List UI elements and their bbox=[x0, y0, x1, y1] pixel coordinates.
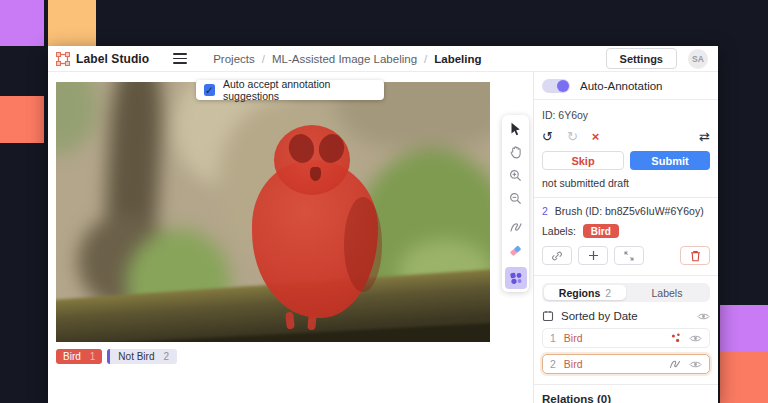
label-chip-bird[interactable]: Bird 1 bbox=[56, 349, 102, 364]
tab-labels[interactable]: Labels bbox=[626, 285, 708, 300]
decision-buttons: Skip Submit bbox=[534, 151, 718, 170]
relations-section: Relations (0) No Relations added yet bbox=[534, 384, 718, 403]
smart-points-icon bbox=[671, 333, 681, 343]
owl-mask-region[interactable] bbox=[56, 82, 490, 342]
label-chip-bar: Bird 1 Not Bird 2 bbox=[56, 349, 177, 364]
region-2-visibility-icon[interactable] bbox=[689, 360, 702, 369]
screenshot-root: Label Studio Projects / ML-Assisted Imag… bbox=[0, 0, 768, 403]
decor-block-purple-top bbox=[0, 0, 44, 46]
task-id: ID: 6Y6oy bbox=[534, 109, 718, 121]
bird-label-chip[interactable]: Bird bbox=[583, 224, 619, 238]
submit-button[interactable]: Submit bbox=[630, 151, 710, 170]
select-tool-icon[interactable] bbox=[505, 119, 526, 139]
auto-accept-checkbox[interactable]: ✓ bbox=[204, 84, 215, 96]
auto-accept-bar: ✓ Auto accept annotation suggestions bbox=[196, 80, 384, 100]
section-divider bbox=[534, 197, 718, 198]
auto-annotation-row: Auto-Annotation bbox=[534, 72, 718, 100]
auto-annotation-toggle[interactable] bbox=[542, 79, 570, 93]
decor-block-salmon-left bbox=[0, 96, 44, 143]
skip-button[interactable]: Skip bbox=[542, 151, 624, 170]
label-studio-logo-icon bbox=[56, 52, 70, 66]
label-chip-not-bird[interactable]: Not Bird 2 bbox=[107, 349, 177, 364]
region-row-2[interactable]: 2 Bird bbox=[542, 354, 710, 374]
brush-entry[interactable]: 2 Brush (ID: bn8Z5v6IuW#6Y6oy) bbox=[534, 205, 718, 217]
auto-accept-label: Auto accept annotation suggestions bbox=[223, 78, 376, 102]
brush-region-icon bbox=[669, 359, 681, 369]
annotation-image[interactable] bbox=[56, 82, 490, 342]
link-region-button[interactable] bbox=[542, 246, 572, 265]
redo-icon[interactable]: ↻ bbox=[567, 129, 578, 144]
auto-annotation-label: Auto-Annotation bbox=[580, 80, 662, 92]
brush-tool-icon[interactable] bbox=[505, 217, 526, 237]
zoom-in-tool-icon[interactable] bbox=[505, 165, 526, 185]
tab-regions[interactable]: Regions 2 bbox=[544, 285, 626, 300]
calendar-icon bbox=[542, 310, 554, 322]
undo-icon[interactable]: ↺ bbox=[542, 129, 553, 144]
region-actions bbox=[534, 246, 718, 265]
pan-tool-icon[interactable] bbox=[505, 142, 526, 162]
relations-title: Relations (0) bbox=[542, 393, 710, 403]
add-region-button[interactable] bbox=[578, 246, 608, 265]
sort-label: Sorted by Date bbox=[561, 310, 638, 322]
breadcrumb-labeling: Labeling bbox=[434, 53, 481, 65]
region-row-1[interactable]: 1 Bird bbox=[542, 328, 710, 348]
history-controls: ↺ ↻ × ⇄ bbox=[534, 129, 718, 144]
settings-button[interactable]: Settings bbox=[606, 48, 677, 69]
app-header: Label Studio Projects / ML-Assisted Imag… bbox=[48, 46, 718, 72]
draft-status: not submitted draft bbox=[534, 177, 718, 189]
decor-block-salmon-bottom bbox=[720, 352, 768, 403]
app-title: Label Studio bbox=[76, 52, 149, 66]
decor-block-peach-top bbox=[48, 0, 96, 46]
decor-block-purple-bottom bbox=[720, 305, 768, 353]
breadcrumb-projects[interactable]: Projects bbox=[213, 53, 255, 65]
sort-row[interactable]: Sorted by Date bbox=[534, 310, 718, 322]
smart-magic-tool-icon[interactable] bbox=[505, 267, 527, 289]
toggle-all-visibility-icon[interactable] bbox=[697, 312, 710, 321]
zoom-out-tool-icon[interactable] bbox=[505, 188, 526, 208]
label-studio-window: Label Studio Projects / ML-Assisted Imag… bbox=[48, 46, 718, 403]
expand-collapse-button[interactable] bbox=[614, 246, 644, 265]
breadcrumb: Projects / ML-Assisted Image Labeling / … bbox=[213, 53, 481, 65]
avatar[interactable]: SA bbox=[688, 49, 708, 69]
region-1-visibility-icon[interactable] bbox=[689, 334, 702, 343]
tool-palette bbox=[502, 115, 529, 292]
reset-annotation-icon[interactable]: × bbox=[592, 129, 600, 144]
labels-caption: Labels: bbox=[542, 225, 576, 237]
hamburger-menu-icon[interactable] bbox=[173, 53, 187, 64]
labels-row: Labels: Bird bbox=[534, 224, 718, 238]
breadcrumb-project-name[interactable]: ML-Assisted Image Labeling bbox=[272, 53, 417, 65]
regions-labels-tabs: Regions 2 Labels bbox=[534, 275, 718, 302]
swap-view-icon[interactable]: ⇄ bbox=[699, 129, 710, 144]
annotation-sidebar: Auto-Annotation ID: 6Y6oy ↺ ↻ × ⇄ Skip S… bbox=[533, 72, 718, 403]
eraser-tool-icon[interactable] bbox=[505, 240, 526, 260]
delete-region-button[interactable] bbox=[680, 246, 710, 265]
